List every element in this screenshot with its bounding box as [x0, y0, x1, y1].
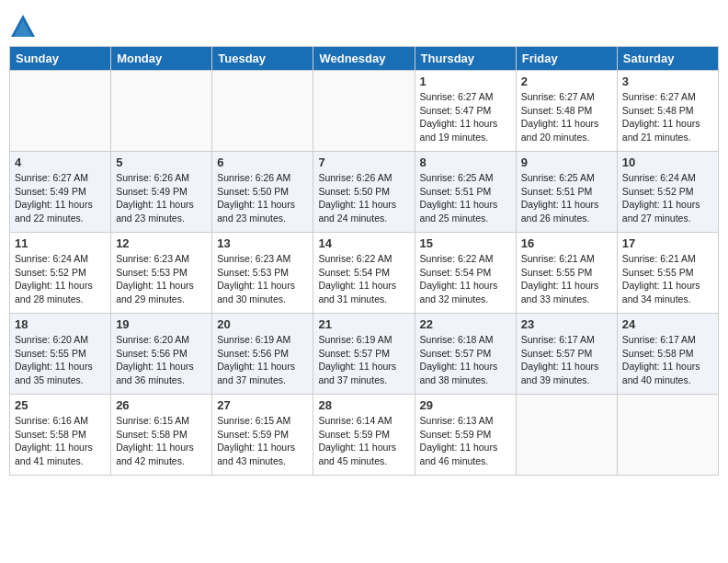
day-number: 28 — [318, 398, 409, 412]
day-number: 19 — [116, 317, 207, 331]
day-info: Sunrise: 6:26 AM Sunset: 5:49 PM Dayligh… — [116, 171, 207, 225]
day-info: Sunrise: 6:20 AM Sunset: 5:56 PM Dayligh… — [116, 333, 207, 387]
week-row-4: 18Sunrise: 6:20 AM Sunset: 5:55 PM Dayli… — [10, 314, 719, 395]
day-info: Sunrise: 6:22 AM Sunset: 5:54 PM Dayligh… — [420, 252, 511, 306]
day-number: 1 — [420, 75, 511, 88]
calendar: SundayMondayTuesdayWednesdayThursdayFrid… — [9, 46, 719, 476]
day-info: Sunrise: 6:23 AM Sunset: 5:53 PM Dayligh… — [217, 252, 308, 306]
day-info: Sunrise: 6:23 AM Sunset: 5:53 PM Dayligh… — [116, 252, 207, 306]
column-header-friday: Friday — [516, 47, 617, 71]
day-number: 10 — [622, 155, 713, 169]
day-info: Sunrise: 6:27 AM Sunset: 5:49 PM Dayligh… — [15, 171, 106, 225]
day-info: Sunrise: 6:24 AM Sunset: 5:52 PM Dayligh… — [15, 252, 106, 306]
day-info: Sunrise: 6:27 AM Sunset: 5:48 PM Dayligh… — [521, 90, 612, 144]
logo — [9, 13, 40, 40]
day-number: 6 — [217, 155, 308, 169]
day-number: 17 — [622, 236, 713, 250]
day-cell: 19Sunrise: 6:20 AM Sunset: 5:56 PM Dayli… — [111, 314, 212, 395]
calendar-header-row: SundayMondayTuesdayWednesdayThursdayFrid… — [10, 47, 719, 71]
day-cell: 22Sunrise: 6:18 AM Sunset: 5:57 PM Dayli… — [415, 314, 516, 395]
day-cell: 26Sunrise: 6:15 AM Sunset: 5:58 PM Dayli… — [111, 395, 212, 476]
day-info: Sunrise: 6:18 AM Sunset: 5:57 PM Dayligh… — [420, 333, 511, 387]
day-cell: 15Sunrise: 6:22 AM Sunset: 5:54 PM Dayli… — [415, 233, 516, 314]
day-info: Sunrise: 6:27 AM Sunset: 5:47 PM Dayligh… — [420, 90, 511, 144]
day-number: 9 — [521, 155, 612, 169]
day-cell: 11Sunrise: 6:24 AM Sunset: 5:52 PM Dayli… — [10, 233, 111, 314]
day-info: Sunrise: 6:15 AM Sunset: 5:59 PM Dayligh… — [217, 414, 308, 468]
day-cell: 2Sunrise: 6:27 AM Sunset: 5:48 PM Daylig… — [516, 71, 617, 152]
column-header-tuesday: Tuesday — [212, 47, 313, 71]
day-cell: 23Sunrise: 6:17 AM Sunset: 5:57 PM Dayli… — [516, 314, 617, 395]
day-number: 14 — [318, 236, 409, 250]
day-info: Sunrise: 6:24 AM Sunset: 5:52 PM Dayligh… — [622, 171, 713, 225]
day-cell: 29Sunrise: 6:13 AM Sunset: 5:59 PM Dayli… — [415, 395, 516, 476]
day-number: 7 — [318, 155, 409, 169]
week-row-5: 25Sunrise: 6:16 AM Sunset: 5:58 PM Dayli… — [10, 395, 719, 476]
day-info: Sunrise: 6:26 AM Sunset: 5:50 PM Dayligh… — [217, 171, 308, 225]
day-number: 12 — [116, 236, 207, 250]
day-cell — [313, 71, 415, 152]
day-info: Sunrise: 6:17 AM Sunset: 5:58 PM Dayligh… — [622, 333, 713, 387]
column-header-monday: Monday — [111, 47, 212, 71]
day-cell: 4Sunrise: 6:27 AM Sunset: 5:49 PM Daylig… — [10, 152, 111, 233]
day-cell: 8Sunrise: 6:25 AM Sunset: 5:51 PM Daylig… — [415, 152, 516, 233]
day-cell: 6Sunrise: 6:26 AM Sunset: 5:50 PM Daylig… — [212, 152, 313, 233]
day-number: 16 — [521, 236, 612, 250]
column-header-thursday: Thursday — [415, 47, 516, 71]
day-cell — [516, 395, 617, 476]
day-cell: 1Sunrise: 6:27 AM Sunset: 5:47 PM Daylig… — [415, 71, 516, 152]
day-number: 22 — [420, 317, 511, 331]
column-header-saturday: Saturday — [617, 47, 718, 71]
week-row-3: 11Sunrise: 6:24 AM Sunset: 5:52 PM Dayli… — [10, 233, 719, 314]
day-info: Sunrise: 6:19 AM Sunset: 5:57 PM Dayligh… — [318, 333, 409, 387]
day-cell: 20Sunrise: 6:19 AM Sunset: 5:56 PM Dayli… — [212, 314, 313, 395]
day-info: Sunrise: 6:27 AM Sunset: 5:48 PM Dayligh… — [622, 90, 713, 144]
day-info: Sunrise: 6:13 AM Sunset: 5:59 PM Dayligh… — [420, 414, 511, 468]
day-cell: 13Sunrise: 6:23 AM Sunset: 5:53 PM Dayli… — [212, 233, 313, 314]
day-cell — [111, 71, 212, 152]
day-number: 4 — [15, 155, 106, 169]
day-number: 23 — [521, 317, 612, 331]
day-cell: 17Sunrise: 6:21 AM Sunset: 5:55 PM Dayli… — [617, 233, 718, 314]
week-row-1: 1Sunrise: 6:27 AM Sunset: 5:47 PM Daylig… — [10, 71, 719, 152]
day-info: Sunrise: 6:25 AM Sunset: 5:51 PM Dayligh… — [521, 171, 612, 225]
day-cell: 27Sunrise: 6:15 AM Sunset: 5:59 PM Dayli… — [212, 395, 313, 476]
day-info: Sunrise: 6:21 AM Sunset: 5:55 PM Dayligh… — [622, 252, 713, 306]
day-cell: 25Sunrise: 6:16 AM Sunset: 5:58 PM Dayli… — [10, 395, 111, 476]
day-cell: 16Sunrise: 6:21 AM Sunset: 5:55 PM Dayli… — [516, 233, 617, 314]
day-number: 5 — [116, 155, 207, 169]
day-cell: 3Sunrise: 6:27 AM Sunset: 5:48 PM Daylig… — [617, 71, 718, 152]
column-header-sunday: Sunday — [10, 47, 111, 71]
day-cell — [617, 395, 718, 476]
day-number: 26 — [116, 398, 207, 412]
day-cell: 28Sunrise: 6:14 AM Sunset: 5:59 PM Dayli… — [313, 395, 415, 476]
day-cell: 14Sunrise: 6:22 AM Sunset: 5:54 PM Dayli… — [313, 233, 415, 314]
day-number: 20 — [217, 317, 308, 331]
day-cell — [212, 71, 313, 152]
day-number: 25 — [15, 398, 106, 412]
day-info: Sunrise: 6:22 AM Sunset: 5:54 PM Dayligh… — [318, 252, 409, 306]
day-info: Sunrise: 6:26 AM Sunset: 5:50 PM Dayligh… — [318, 171, 409, 225]
day-number: 13 — [217, 236, 308, 250]
day-number: 18 — [15, 317, 106, 331]
column-header-wednesday: Wednesday — [313, 47, 415, 71]
day-number: 15 — [420, 236, 511, 250]
day-number: 2 — [521, 75, 612, 88]
week-row-2: 4Sunrise: 6:27 AM Sunset: 5:49 PM Daylig… — [10, 152, 719, 233]
day-number: 3 — [622, 75, 713, 88]
day-cell: 24Sunrise: 6:17 AM Sunset: 5:58 PM Dayli… — [617, 314, 718, 395]
day-cell: 5Sunrise: 6:26 AM Sunset: 5:49 PM Daylig… — [111, 152, 212, 233]
day-cell: 10Sunrise: 6:24 AM Sunset: 5:52 PM Dayli… — [617, 152, 718, 233]
day-info: Sunrise: 6:17 AM Sunset: 5:57 PM Dayligh… — [521, 333, 612, 387]
day-number: 11 — [15, 236, 106, 250]
day-cell — [10, 71, 111, 152]
day-info: Sunrise: 6:15 AM Sunset: 5:58 PM Dayligh… — [116, 414, 207, 468]
day-cell: 18Sunrise: 6:20 AM Sunset: 5:55 PM Dayli… — [10, 314, 111, 395]
day-cell: 12Sunrise: 6:23 AM Sunset: 5:53 PM Dayli… — [111, 233, 212, 314]
day-info: Sunrise: 6:16 AM Sunset: 5:58 PM Dayligh… — [15, 414, 106, 468]
day-number: 29 — [420, 398, 511, 412]
day-number: 27 — [217, 398, 308, 412]
day-info: Sunrise: 6:21 AM Sunset: 5:55 PM Dayligh… — [521, 252, 612, 306]
day-cell: 9Sunrise: 6:25 AM Sunset: 5:51 PM Daylig… — [516, 152, 617, 233]
day-info: Sunrise: 6:20 AM Sunset: 5:55 PM Dayligh… — [15, 333, 106, 387]
